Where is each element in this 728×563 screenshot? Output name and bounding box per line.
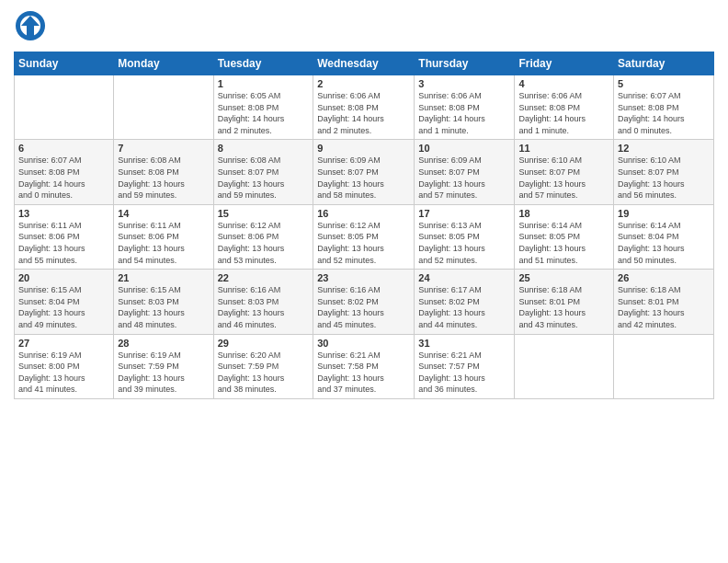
day-info: Sunrise: 6:09 AM Sunset: 8:07 PM Dayligh… <box>418 155 510 201</box>
day-cell: 16Sunrise: 6:12 AM Sunset: 8:05 PM Dayli… <box>313 204 415 269</box>
day-cell <box>114 75 213 140</box>
col-header-friday: Friday <box>515 52 614 75</box>
day-info: Sunrise: 6:19 AM Sunset: 7:59 PM Dayligh… <box>118 350 209 396</box>
day-cell: 1Sunrise: 6:05 AM Sunset: 8:08 PM Daylig… <box>213 75 313 140</box>
day-cell: 14Sunrise: 6:11 AM Sunset: 8:06 PM Dayli… <box>114 204 213 269</box>
day-info: Sunrise: 6:07 AM Sunset: 8:08 PM Dayligh… <box>18 155 109 201</box>
week-row-3: 13Sunrise: 6:11 AM Sunset: 8:06 PM Dayli… <box>15 204 714 269</box>
day-number: 19 <box>618 208 710 219</box>
day-info: Sunrise: 6:06 AM Sunset: 8:08 PM Dayligh… <box>317 90 410 136</box>
day-cell: 28Sunrise: 6:19 AM Sunset: 7:59 PM Dayli… <box>114 334 213 398</box>
day-number: 13 <box>18 208 109 219</box>
day-number: 11 <box>518 143 609 154</box>
day-info: Sunrise: 6:21 AM Sunset: 7:58 PM Dayligh… <box>317 350 410 396</box>
day-cell: 7Sunrise: 6:08 AM Sunset: 8:08 PM Daylig… <box>114 140 213 204</box>
day-number: 30 <box>317 338 410 349</box>
day-number: 8 <box>218 143 310 154</box>
day-cell: 23Sunrise: 6:16 AM Sunset: 8:02 PM Dayli… <box>313 270 415 334</box>
day-info: Sunrise: 6:19 AM Sunset: 8:00 PM Dayligh… <box>18 350 109 396</box>
day-number: 7 <box>118 143 209 154</box>
day-number: 26 <box>618 272 710 283</box>
calendar-table: SundayMondayTuesdayWednesdayThursdayFrid… <box>14 52 714 399</box>
day-number: 16 <box>317 208 410 219</box>
logo <box>14 9 51 46</box>
col-header-tuesday: Tuesday <box>213 52 313 75</box>
day-info: Sunrise: 6:08 AM Sunset: 8:08 PM Dayligh… <box>118 155 209 201</box>
col-header-wednesday: Wednesday <box>313 52 415 75</box>
day-info: Sunrise: 6:15 AM Sunset: 8:03 PM Dayligh… <box>118 284 209 330</box>
day-number: 24 <box>418 272 510 283</box>
header <box>14 9 714 46</box>
col-header-thursday: Thursday <box>415 52 515 75</box>
day-number: 18 <box>518 208 609 219</box>
day-number: 12 <box>618 143 710 154</box>
day-cell: 9Sunrise: 6:09 AM Sunset: 8:07 PM Daylig… <box>313 140 415 204</box>
day-number: 27 <box>18 338 109 349</box>
day-info: Sunrise: 6:18 AM Sunset: 8:01 PM Dayligh… <box>618 284 710 330</box>
day-number: 4 <box>518 78 609 89</box>
day-info: Sunrise: 6:14 AM Sunset: 8:04 PM Dayligh… <box>618 220 710 266</box>
day-number: 14 <box>118 208 209 219</box>
day-cell: 25Sunrise: 6:18 AM Sunset: 8:01 PM Dayli… <box>515 270 614 334</box>
day-info: Sunrise: 6:12 AM Sunset: 8:05 PM Dayligh… <box>317 220 410 266</box>
day-number: 3 <box>418 78 510 89</box>
day-number: 28 <box>118 338 209 349</box>
day-info: Sunrise: 6:21 AM Sunset: 7:57 PM Dayligh… <box>418 350 510 396</box>
day-number: 10 <box>418 143 510 154</box>
week-row-4: 20Sunrise: 6:15 AM Sunset: 8:04 PM Dayli… <box>15 270 714 334</box>
day-cell: 13Sunrise: 6:11 AM Sunset: 8:06 PM Dayli… <box>15 204 114 269</box>
day-cell: 3Sunrise: 6:06 AM Sunset: 8:08 PM Daylig… <box>415 75 515 140</box>
day-cell: 18Sunrise: 6:14 AM Sunset: 8:05 PM Dayli… <box>515 204 614 269</box>
day-info: Sunrise: 6:08 AM Sunset: 8:07 PM Dayligh… <box>218 155 310 201</box>
day-cell: 4Sunrise: 6:06 AM Sunset: 8:08 PM Daylig… <box>515 75 614 140</box>
day-cell <box>515 334 614 398</box>
day-info: Sunrise: 6:13 AM Sunset: 8:05 PM Dayligh… <box>418 220 510 266</box>
day-number: 1 <box>218 78 310 89</box>
day-cell: 20Sunrise: 6:15 AM Sunset: 8:04 PM Dayli… <box>15 270 114 334</box>
day-number: 6 <box>18 143 109 154</box>
day-info: Sunrise: 6:10 AM Sunset: 8:07 PM Dayligh… <box>618 155 710 201</box>
day-cell: 8Sunrise: 6:08 AM Sunset: 8:07 PM Daylig… <box>213 140 313 204</box>
page-container: SundayMondayTuesdayWednesdayThursdayFrid… <box>0 0 728 563</box>
day-cell: 12Sunrise: 6:10 AM Sunset: 8:07 PM Dayli… <box>614 140 714 204</box>
week-row-2: 6Sunrise: 6:07 AM Sunset: 8:08 PM Daylig… <box>15 140 714 204</box>
day-cell: 19Sunrise: 6:14 AM Sunset: 8:04 PM Dayli… <box>614 204 714 269</box>
day-info: Sunrise: 6:07 AM Sunset: 8:08 PM Dayligh… <box>618 90 710 136</box>
day-info: Sunrise: 6:14 AM Sunset: 8:05 PM Dayligh… <box>518 220 609 266</box>
day-cell: 30Sunrise: 6:21 AM Sunset: 7:58 PM Dayli… <box>313 334 415 398</box>
col-header-sunday: Sunday <box>15 52 114 75</box>
day-info: Sunrise: 6:12 AM Sunset: 8:06 PM Dayligh… <box>218 220 310 266</box>
day-cell: 31Sunrise: 6:21 AM Sunset: 7:57 PM Dayli… <box>415 334 515 398</box>
day-number: 15 <box>218 208 310 219</box>
day-info: Sunrise: 6:16 AM Sunset: 8:03 PM Dayligh… <box>218 284 310 330</box>
day-info: Sunrise: 6:11 AM Sunset: 8:06 PM Dayligh… <box>18 220 109 266</box>
logo-icon <box>14 9 47 42</box>
col-header-saturday: Saturday <box>614 52 714 75</box>
day-number: 2 <box>317 78 410 89</box>
day-number: 5 <box>618 78 710 89</box>
day-cell: 15Sunrise: 6:12 AM Sunset: 8:06 PM Dayli… <box>213 204 313 269</box>
day-info: Sunrise: 6:11 AM Sunset: 8:06 PM Dayligh… <box>118 220 209 266</box>
day-cell: 22Sunrise: 6:16 AM Sunset: 8:03 PM Dayli… <box>213 270 313 334</box>
day-cell: 10Sunrise: 6:09 AM Sunset: 8:07 PM Dayli… <box>415 140 515 204</box>
day-info: Sunrise: 6:18 AM Sunset: 8:01 PM Dayligh… <box>518 284 609 330</box>
day-cell: 21Sunrise: 6:15 AM Sunset: 8:03 PM Dayli… <box>114 270 213 334</box>
day-cell: 29Sunrise: 6:20 AM Sunset: 7:59 PM Dayli… <box>213 334 313 398</box>
day-number: 25 <box>518 272 609 283</box>
day-cell: 17Sunrise: 6:13 AM Sunset: 8:05 PM Dayli… <box>415 204 515 269</box>
day-number: 31 <box>418 338 510 349</box>
calendar-header-row: SundayMondayTuesdayWednesdayThursdayFrid… <box>15 52 714 75</box>
day-info: Sunrise: 6:16 AM Sunset: 8:02 PM Dayligh… <box>317 284 410 330</box>
day-info: Sunrise: 6:10 AM Sunset: 8:07 PM Dayligh… <box>518 155 609 201</box>
day-info: Sunrise: 6:15 AM Sunset: 8:04 PM Dayligh… <box>18 284 109 330</box>
day-cell: 26Sunrise: 6:18 AM Sunset: 8:01 PM Dayli… <box>614 270 714 334</box>
week-row-1: 1Sunrise: 6:05 AM Sunset: 8:08 PM Daylig… <box>15 75 714 140</box>
day-cell: 6Sunrise: 6:07 AM Sunset: 8:08 PM Daylig… <box>15 140 114 204</box>
day-number: 23 <box>317 272 410 283</box>
day-info: Sunrise: 6:06 AM Sunset: 8:08 PM Dayligh… <box>518 90 609 136</box>
day-number: 9 <box>317 143 410 154</box>
day-cell: 24Sunrise: 6:17 AM Sunset: 8:02 PM Dayli… <box>415 270 515 334</box>
day-info: Sunrise: 6:17 AM Sunset: 8:02 PM Dayligh… <box>418 284 510 330</box>
day-cell: 11Sunrise: 6:10 AM Sunset: 8:07 PM Dayli… <box>515 140 614 204</box>
day-info: Sunrise: 6:20 AM Sunset: 7:59 PM Dayligh… <box>218 350 310 396</box>
